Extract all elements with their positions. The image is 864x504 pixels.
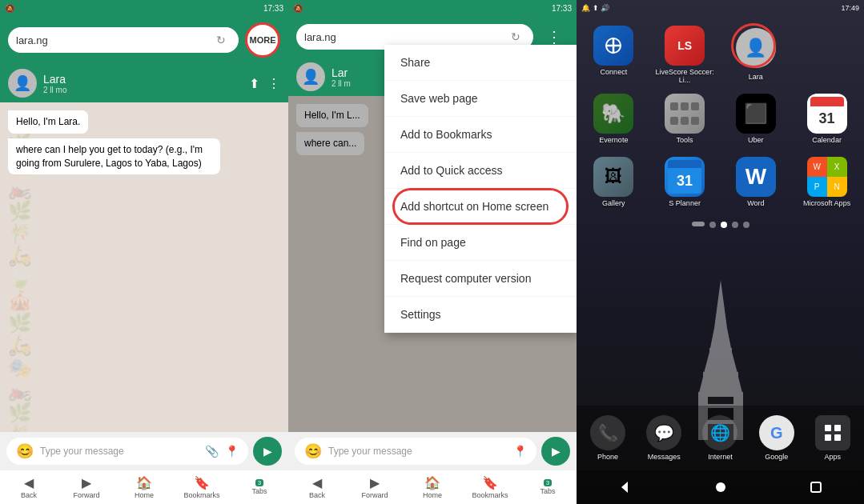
app-messages[interactable]: 💬 Messages (645, 412, 683, 464)
emoji-icon-1[interactable]: 😊 (16, 442, 34, 460)
send-button-2[interactable]: ▶ (541, 437, 570, 466)
app-phone[interactable]: 📞 Phone (589, 412, 627, 464)
connect-icon (593, 26, 633, 66)
uber-label: Uber (748, 136, 764, 144)
evernote-icon-glyph: 🐘 (601, 102, 625, 125)
calendar-label: Calendar (812, 136, 842, 144)
refresh-icon[interactable]: ↻ (216, 34, 226, 46)
home-nav-back[interactable] (577, 470, 673, 504)
back-icon-1: ◀ (24, 475, 34, 490)
attach-icon-1[interactable]: 📎 (205, 445, 219, 458)
app-google[interactable]: G Google (758, 412, 796, 464)
app-gallery[interactable]: 🖼 Gallery (580, 154, 648, 210)
forward-icon-1: ▶ (82, 475, 91, 490)
dropdown-menu: Share Save web page Add to Bookmarks Add… (384, 45, 577, 333)
back-nav-icon (617, 479, 633, 495)
nav-tabs-label-1: Tabs (251, 487, 267, 495)
nav-back-2[interactable]: ◀ Back (288, 470, 346, 504)
nav-home-2[interactable]: 🏠 Home (404, 470, 461, 504)
ms-square-3: P (807, 177, 827, 197)
refresh-icon-2[interactable]: ↻ (511, 30, 520, 43)
message-input-2[interactable]: 😊 Type your message 📍 (295, 438, 536, 465)
app-splanner[interactable]: 31 S Planner (651, 154, 719, 210)
messages-label: Messages (648, 453, 681, 461)
dropdown-add-bookmarks[interactable]: Add to Bookmarks (384, 117, 577, 153)
contact-time-1: 2 ll mo (43, 86, 243, 94)
message-input-1[interactable]: 😊 Type your message 📎 📍 (6, 438, 248, 465)
app-msapps[interactable]: W X P N Microsoft Apps (793, 154, 861, 210)
apps-label: Apps (825, 453, 842, 461)
splanner-icon: 31 (665, 157, 705, 197)
evernote-icon: 🐘 (593, 94, 633, 134)
bottom-nav-1: ◀ Back ▶ Forward 🏠 Home 🔖 Bookmarks 3 Ta… (0, 470, 288, 504)
app-apps[interactable]: Apps (814, 412, 852, 464)
tabs-badge-1: 3 (255, 479, 263, 486)
nav-tabs-1[interactable]: 3 Tabs (231, 470, 288, 504)
dropdown-quick-access[interactable]: Add to Quick access (384, 153, 577, 189)
lara-label: Lara (749, 73, 763, 81)
dropdown-computer-version[interactable]: Request computer version (384, 261, 577, 297)
dropdown-settings[interactable]: Settings (384, 297, 577, 333)
header-icons-1: ⬆ ⋮ (249, 76, 280, 91)
app-evernote[interactable]: 🐘 Evernote (580, 90, 648, 147)
bookmarks-icon-2: 🔖 (482, 475, 498, 490)
ms-square-1: W (807, 157, 827, 177)
nav-forward-1[interactable]: ▶ Forward (58, 470, 115, 504)
more-button-1[interactable]: MORE (245, 22, 280, 58)
nav-bookmarks-2[interactable]: 🔖 Bookmarks (461, 470, 519, 504)
tool-dot-3 (691, 102, 699, 110)
uber-icon: ⬛ (736, 94, 776, 134)
app-connect[interactable]: Connect (580, 22, 648, 87)
avatar-icon-1: 👤 (14, 74, 31, 92)
tabs-badge-2: 3 (544, 479, 552, 486)
svg-marker-19 (621, 482, 628, 493)
app-internet[interactable]: 🌐 Internet (701, 412, 739, 464)
share-icon-1[interactable]: ⬆ (249, 76, 259, 91)
panel-3-homescreen: 🔔 ⬆ 🔊 17:49 Connect LS LiveScore Soccer:… (577, 0, 864, 504)
svg-rect-17 (825, 434, 831, 441)
input-bar-2: 😊 Type your message 📍 ▶ (288, 432, 577, 470)
more-icon-1[interactable]: ⋮ (267, 76, 280, 91)
home-icon-2: 🏠 (424, 475, 440, 490)
dropdown-share[interactable]: Share (384, 45, 577, 81)
message-2-1: Hello, I'm L... (296, 104, 368, 127)
app-lara[interactable]: 👤 Lara (722, 22, 790, 87)
avatar-icon-2: 👤 (302, 68, 319, 86)
tools-icon (665, 94, 705, 134)
nav-back-1[interactable]: ◀ Back (0, 470, 58, 504)
recents-nav-icon (808, 479, 824, 495)
emoji-icon-2[interactable]: 😊 (304, 442, 322, 460)
nav-forward-2[interactable]: ▶ Forward (346, 470, 404, 504)
location-icon-2[interactable]: 📍 (513, 445, 527, 458)
status-bar-2: 🔕 17:33 (288, 0, 577, 16)
nav-home-1[interactable]: 🏠 Home (115, 470, 173, 504)
tool-dot-6 (691, 117, 699, 125)
calendar-header (810, 97, 844, 106)
app-word[interactable]: W Word (722, 154, 790, 210)
location-icon-1[interactable]: 📍 (225, 445, 239, 458)
send-button-1[interactable]: ▶ (253, 437, 282, 466)
app-calendar[interactable]: 31 Calendar (793, 90, 861, 147)
home-spacer (577, 233, 864, 406)
dropdown-find-page[interactable]: Find on page (384, 225, 577, 261)
dropdown-add-shortcut[interactable]: Add shortcut on Home screen (384, 189, 577, 225)
home-nav-recents[interactable] (768, 470, 864, 504)
connect-label: Connect (601, 68, 628, 76)
input-bar-1: 😊 Type your message 📎 📍 ▶ (0, 432, 288, 470)
forward-icon-2: ▶ (370, 475, 380, 490)
internet-icon: 🌐 (702, 415, 737, 450)
status-left-3: 🔔 ⬆ 🔊 (581, 4, 609, 12)
dropdown-save-page[interactable]: Save web page (384, 81, 577, 117)
nav-bookmarks-1[interactable]: 🔖 Bookmarks (173, 470, 231, 504)
nav-tabs-2[interactable]: 3 Tabs (519, 470, 577, 504)
svg-point-20 (716, 482, 725, 492)
app-tools[interactable]: Tools (651, 90, 719, 147)
app-uber[interactable]: ⬛ Uber (722, 90, 790, 147)
chat-area-1: 🛵🌿🎭🏍️🌿🎋🛵🍃🎪🌿🛵🎭🏍️🌿🎋🛵🍃🎪🌿🛵🎭🏍️🌿🎋🛵🍃 Hello, I'm… (0, 102, 288, 432)
empty-slot-1 (793, 22, 861, 87)
url-input-1[interactable]: lara.ng ↻ (8, 27, 239, 53)
app-livescore[interactable]: LS LiveScore Soccer: Li... (651, 22, 719, 87)
dot-dash (692, 222, 705, 226)
home-nav-home[interactable] (673, 470, 769, 504)
svg-rect-18 (834, 434, 841, 441)
